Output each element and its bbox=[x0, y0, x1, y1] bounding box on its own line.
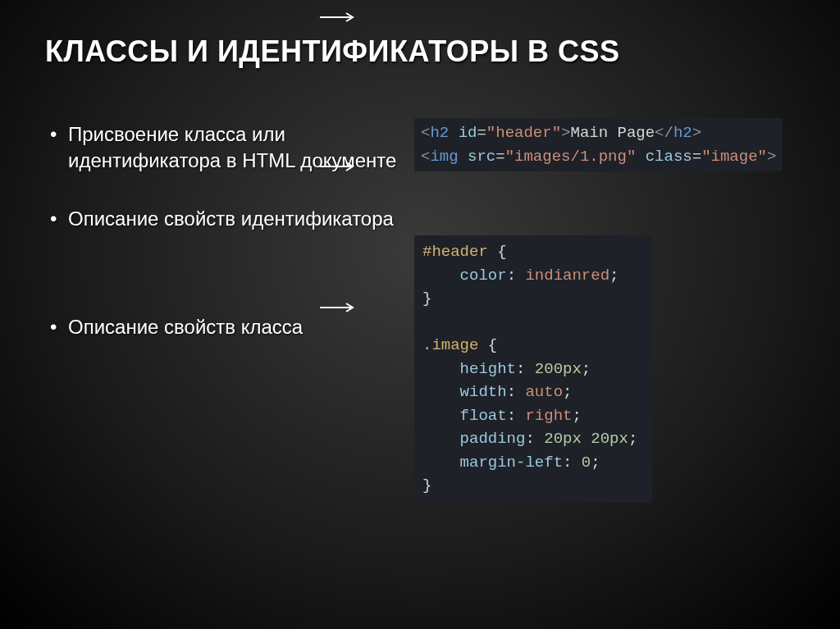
code-token: .image bbox=[422, 336, 478, 354]
code-token: " bbox=[758, 148, 767, 166]
code-token bbox=[422, 407, 460, 425]
code-token: class bbox=[646, 148, 692, 166]
code-token: h2 bbox=[673, 124, 692, 142]
code-token: < bbox=[421, 124, 430, 142]
code-token: 20px 20px bbox=[544, 430, 628, 448]
code-token: ; bbox=[572, 407, 581, 425]
code-token: margin-left bbox=[460, 454, 563, 472]
code-token: ; bbox=[609, 267, 619, 285]
code-token: ; bbox=[563, 383, 572, 401]
code-token: width bbox=[460, 383, 507, 401]
code-token: float bbox=[460, 407, 507, 425]
code-token: src bbox=[468, 148, 495, 166]
code-token: > bbox=[767, 148, 776, 166]
code-token: #header bbox=[422, 243, 488, 261]
code-token: " bbox=[505, 148, 514, 166]
code-token: " bbox=[486, 124, 495, 142]
code-token: = bbox=[692, 148, 701, 166]
code-token: : bbox=[516, 360, 535, 378]
bullet-item-2: Описание свойств идентификатора bbox=[45, 206, 398, 232]
code-token: images/1.png bbox=[514, 148, 627, 166]
slide-content: Присвоение класса или идентификатора в H… bbox=[45, 118, 795, 503]
code-token bbox=[422, 360, 460, 378]
code-token bbox=[422, 430, 460, 448]
code-token: padding bbox=[460, 430, 526, 448]
code-token bbox=[459, 148, 468, 166]
code-token: : bbox=[563, 454, 582, 472]
code-token bbox=[636, 148, 645, 166]
arrow-icon bbox=[320, 302, 358, 313]
code-token: id bbox=[459, 124, 477, 142]
code-token: { bbox=[488, 243, 507, 261]
arrow-icon bbox=[320, 11, 358, 23]
code-token: 0 bbox=[582, 454, 591, 472]
code-token: right bbox=[525, 407, 572, 425]
code-token: " bbox=[552, 124, 561, 142]
arrow-icon bbox=[320, 161, 358, 172]
code-token: img bbox=[430, 148, 458, 166]
code-html-snippet: <h2 id="header">Main Page</h2> <img src=… bbox=[414, 118, 783, 171]
code-token: > bbox=[561, 124, 570, 142]
right-column: <h2 id="header">Main Page</h2> <img src=… bbox=[414, 118, 795, 503]
code-css-snippet: #header { color: indianred; } .image { h… bbox=[414, 235, 652, 503]
code-token: </ bbox=[655, 124, 673, 142]
code-token: } bbox=[422, 476, 431, 495]
code-token: = bbox=[477, 124, 486, 142]
code-token: ; bbox=[628, 430, 637, 448]
code-token: color bbox=[460, 267, 507, 285]
code-token: ; bbox=[582, 360, 591, 378]
code-token bbox=[449, 124, 458, 142]
code-token: : bbox=[507, 383, 526, 401]
code-token: : bbox=[507, 267, 526, 285]
code-token: image bbox=[711, 148, 758, 166]
code-token: auto bbox=[525, 383, 563, 401]
code-token: " bbox=[701, 148, 710, 166]
slide-title: КЛАССЫ И ИДЕНТИФИКАТОРЫ В CSS bbox=[45, 34, 795, 69]
code-token: : bbox=[525, 430, 544, 448]
code-token: > bbox=[692, 124, 701, 142]
code-token: < bbox=[421, 148, 430, 166]
code-token: 200px bbox=[535, 360, 582, 378]
code-token bbox=[422, 383, 460, 401]
code-token: } bbox=[422, 289, 431, 308]
bullet-item-3: Описание свойств класса bbox=[45, 314, 398, 340]
code-token: = bbox=[495, 148, 504, 166]
code-token bbox=[422, 267, 460, 285]
code-token: { bbox=[478, 336, 497, 354]
code-token: Main Page bbox=[570, 124, 655, 142]
code-token bbox=[422, 454, 460, 472]
code-token: height bbox=[460, 360, 516, 378]
slide: КЛАССЫ И ИДЕНТИФИКАТОРЫ В CSS Присвоение… bbox=[0, 0, 840, 629]
code-token: ; bbox=[591, 454, 600, 472]
code-token: : bbox=[507, 407, 526, 425]
code-token: h2 bbox=[430, 124, 449, 142]
code-token: " bbox=[627, 148, 636, 166]
code-token: header bbox=[495, 124, 551, 142]
code-token: indianred bbox=[525, 267, 609, 285]
